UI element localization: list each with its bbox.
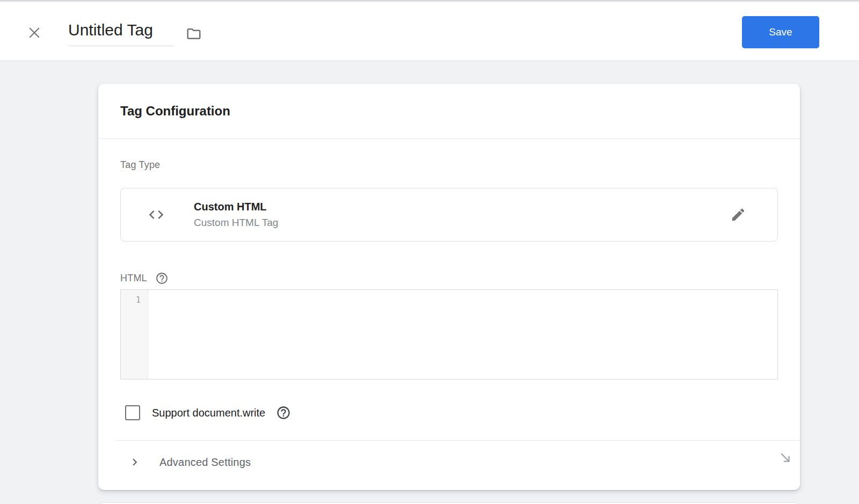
document-write-help-icon[interactable] — [276, 405, 291, 420]
advanced-settings-toggle[interactable]: Advanced Settings — [120, 441, 778, 469]
tag-type-selector[interactable]: Custom HTML Custom HTML Tag — [120, 188, 778, 242]
close-button[interactable] — [25, 23, 44, 42]
html-code-editor: 1 — [120, 289, 778, 379]
advanced-settings-label: Advanced Settings — [159, 456, 251, 469]
save-button[interactable]: Save — [742, 16, 819, 48]
tag-type-name: Custom HTML — [194, 201, 278, 213]
editor-line-numbers: 1 — [121, 290, 148, 379]
support-document-write-label: Support document.write — [152, 407, 265, 419]
folder-icon — [185, 26, 203, 42]
resize-handle-icon[interactable] — [778, 451, 792, 465]
support-document-write-checkbox[interactable] — [125, 405, 140, 420]
close-icon — [26, 25, 42, 41]
tag-type-label: Tag Type — [120, 159, 778, 171]
edit-tag-type-button[interactable] — [729, 206, 747, 224]
card-title: Tag Configuration — [120, 104, 230, 119]
card-body: Tag Type Custom HTML Custom HTML Tag HTM… — [98, 159, 800, 469]
editor-code-input[interactable] — [148, 290, 777, 379]
html-label-row: HTML — [120, 272, 778, 285]
tag-name-input[interactable]: Untitled Tag — [68, 21, 173, 46]
tag-configuration-card: Tag Configuration Tag Type Custom HTML C… — [98, 84, 800, 490]
folder-button[interactable] — [183, 24, 205, 43]
tag-type-text: Custom HTML Custom HTML Tag — [194, 201, 278, 229]
html-help-icon[interactable] — [155, 272, 169, 285]
pencil-icon — [730, 207, 746, 223]
chevron-right-icon — [128, 455, 142, 469]
code-icon — [145, 206, 167, 223]
tag-type-description: Custom HTML Tag — [194, 217, 278, 229]
support-document-write-row: Support document.write — [120, 405, 778, 420]
card-header: Tag Configuration — [98, 84, 800, 139]
top-bar: Untitled Tag Save — [0, 0, 859, 61]
html-field-label: HTML — [120, 273, 147, 284]
